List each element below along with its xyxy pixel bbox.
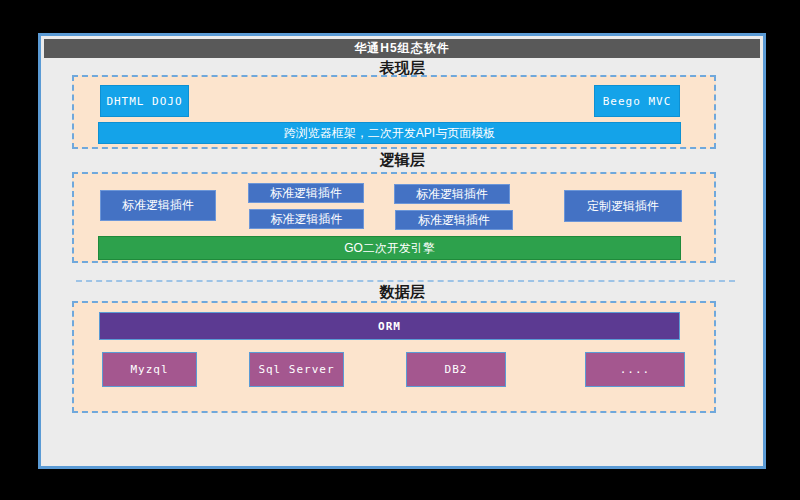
custom-plugin-box: 定制逻辑插件 xyxy=(564,190,682,222)
standard-plugin-box-left: 标准逻辑插件 xyxy=(100,190,216,221)
window-title: 华通H5组态软件 xyxy=(354,40,449,57)
diagram-window: 华通H5组态软件 表现层 DHTML DOJO Beego MVC 跨浏览器框架… xyxy=(38,33,766,469)
standard-plugin-box-1: 标准逻辑插件 xyxy=(248,183,364,203)
go-engine-bar: GO二次开发引擎 xyxy=(98,236,681,260)
browser-framework-bar: 跨浏览器框架，二次开发API与页面模板 xyxy=(98,122,681,144)
window-title-bar: 华通H5组态软件 xyxy=(44,39,760,58)
standard-plugin-box-4: 标准逻辑插件 xyxy=(395,210,513,230)
data-layer-container: ORM Myzql Sql Server DB2 .... xyxy=(72,301,716,413)
db-box-more: .... xyxy=(585,352,685,387)
presentation-layer-container: DHTML DOJO Beego MVC 跨浏览器框架，二次开发API与页面模板 xyxy=(72,75,716,149)
beego-mvc-box: Beego MVC xyxy=(594,85,680,117)
db-box-db2: DB2 xyxy=(406,352,506,387)
db-box-sqlserver: Sql Server xyxy=(249,352,344,387)
layer-separator-line xyxy=(76,280,735,282)
data-layer-title: 数据层 xyxy=(41,283,763,302)
logic-layer-container: 标准逻辑插件 标准逻辑插件 标准逻辑插件 标准逻辑插件 标准逻辑插件 定制逻辑插… xyxy=(72,172,716,263)
dhtml-dojo-box: DHTML DOJO xyxy=(100,85,189,117)
logic-layer-title: 逻辑层 xyxy=(41,151,763,170)
db-box-mysql: Myzql xyxy=(102,352,197,387)
standard-plugin-box-3: 标准逻辑插件 xyxy=(394,184,510,204)
orm-bar: ORM xyxy=(99,312,680,340)
standard-plugin-box-2: 标准逻辑插件 xyxy=(249,209,364,229)
